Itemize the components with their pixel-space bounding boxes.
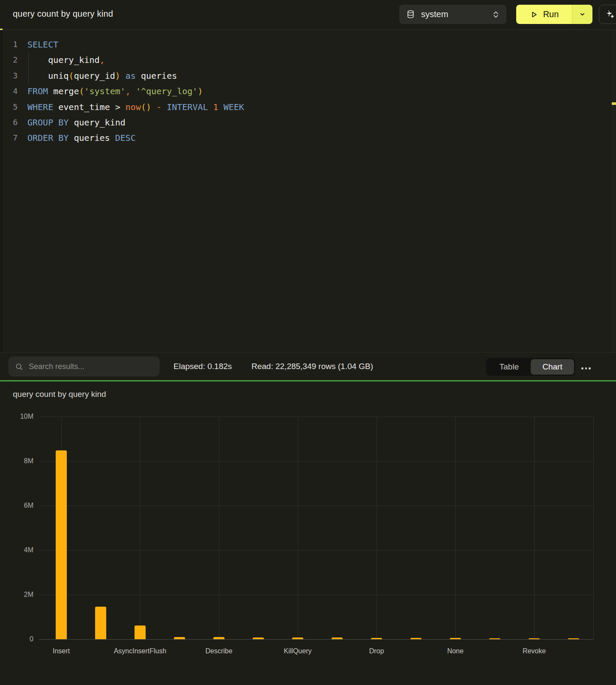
v-gridline (534, 417, 535, 639)
bar-describe[interactable] (213, 637, 224, 639)
bar[interactable] (174, 637, 185, 639)
tab-table[interactable]: Table (487, 359, 531, 375)
indent-guide (28, 52, 29, 83)
search-icon (15, 363, 23, 371)
y-axis-tick-label: 0 (0, 635, 33, 643)
results-toolbar: Elapsed: 0.182s Read: 22,285,349 rows (1… (0, 352, 616, 380)
play-icon (529, 10, 538, 19)
y-axis-tick-label: 8M (0, 457, 33, 465)
code-line: 5WHERE event_time > now() - INTERVAL 1 W… (0, 99, 607, 115)
scrollbar-decoration-marker (612, 102, 616, 105)
format-query-button[interactable] (599, 5, 616, 24)
bar[interactable] (95, 607, 106, 639)
y-axis-tick-label: 10M (0, 413, 33, 420)
read-stat: Read: 22,285,349 rows (1.04 GB) (251, 362, 373, 371)
v-gridline (140, 417, 141, 639)
editor-scrollbar[interactable] (613, 30, 616, 352)
sql-editor[interactable]: 1SELECT2 query_kind,3 uniq(query_id) as … (0, 30, 616, 352)
chevron-down-icon (579, 11, 586, 18)
code-lines: 1SELECT2 query_kind,3 uniq(query_id) as … (0, 37, 607, 146)
bar-drop[interactable] (371, 638, 382, 639)
v-gridline (377, 417, 377, 639)
database-selector-value: system (421, 9, 448, 19)
h-gridline (39, 461, 593, 462)
v-gridline (593, 417, 594, 639)
bar[interactable] (489, 638, 500, 639)
tab-chart[interactable]: Chart (531, 359, 574, 375)
y-axis-tick-label: 2M (0, 591, 33, 599)
ellipsis-icon (585, 367, 587, 369)
v-gridline (219, 417, 219, 639)
database-icon (406, 10, 415, 19)
code-line: 6GROUP BY query_kind (0, 115, 607, 130)
code-line: 3 uniq(query_id) as queries (0, 68, 607, 83)
h-gridline (39, 550, 593, 551)
v-gridline (298, 417, 298, 639)
bar-none[interactable] (450, 638, 461, 639)
header: query count by query kind system Run (0, 0, 616, 30)
run-button[interactable]: Run (516, 5, 572, 24)
h-gridline (39, 639, 593, 640)
line-number: 6 (0, 115, 18, 130)
code-line: 1SELECT (0, 37, 607, 52)
code-line: 7ORDER BY queries DESC (0, 130, 607, 146)
line-number: 5 (0, 99, 18, 115)
code-text: GROUP BY query_kind (27, 115, 126, 130)
line-number: 2 (0, 52, 18, 68)
run-options-button[interactable] (572, 5, 592, 24)
code-text: uniq(query_id) as queries (27, 68, 177, 83)
run-button-group: Run (516, 5, 592, 24)
bar-revoke[interactable] (529, 638, 540, 639)
bar-asyncinsertflush[interactable] (135, 625, 146, 639)
sparkles-icon (605, 9, 615, 19)
ellipsis-icon (581, 367, 583, 369)
bar[interactable] (332, 637, 343, 639)
bar-insert[interactable] (56, 450, 67, 639)
bar-killquery[interactable] (292, 637, 303, 639)
bar-chart: 02M4M6M8M10MInsertAsyncInsertFlushDescri… (0, 381, 616, 685)
y-axis-tick-label: 4M (0, 546, 33, 554)
code-text: FROM merge('system', '^query_log') (27, 83, 203, 99)
line-number: 3 (0, 68, 18, 83)
bar[interactable] (568, 638, 579, 639)
bar[interactable] (410, 638, 422, 639)
run-button-label: Run (543, 9, 559, 19)
code-line: 2 query_kind, (0, 52, 607, 68)
page-title: query count by query kind (13, 9, 113, 19)
view-toggle: Table Chart (486, 358, 575, 376)
more-options-button[interactable] (580, 365, 592, 372)
code-line: 4FROM merge('system', '^query_log') (0, 83, 607, 99)
chevron-up-down-icon (492, 10, 499, 19)
h-gridline (39, 417, 593, 417)
elapsed-stat: Elapsed: 0.182s (173, 362, 232, 371)
code-text: ORDER BY queries DESC (27, 130, 136, 146)
code-text: WHERE event_time > now() - INTERVAL 1 WE… (27, 99, 244, 115)
h-gridline (39, 595, 593, 595)
code-text: SELECT (27, 37, 58, 52)
database-selector[interactable]: system (399, 5, 506, 24)
line-number: 4 (0, 83, 18, 99)
search-results-input[interactable] (28, 362, 153, 372)
y-axis-tick-label: 6M (0, 502, 33, 509)
h-gridline (39, 506, 593, 506)
x-axis-category-label: Revoke (487, 647, 581, 655)
bar[interactable] (253, 637, 264, 639)
search-box (9, 357, 159, 376)
line-number: 7 (0, 130, 18, 146)
ellipsis-icon (589, 367, 591, 369)
chart-panel: query count by query kind 02M4M6M8M10MIn… (0, 381, 616, 685)
line-number: 1 (0, 37, 18, 52)
code-text: query_kind, (27, 52, 105, 68)
v-gridline (455, 417, 456, 639)
